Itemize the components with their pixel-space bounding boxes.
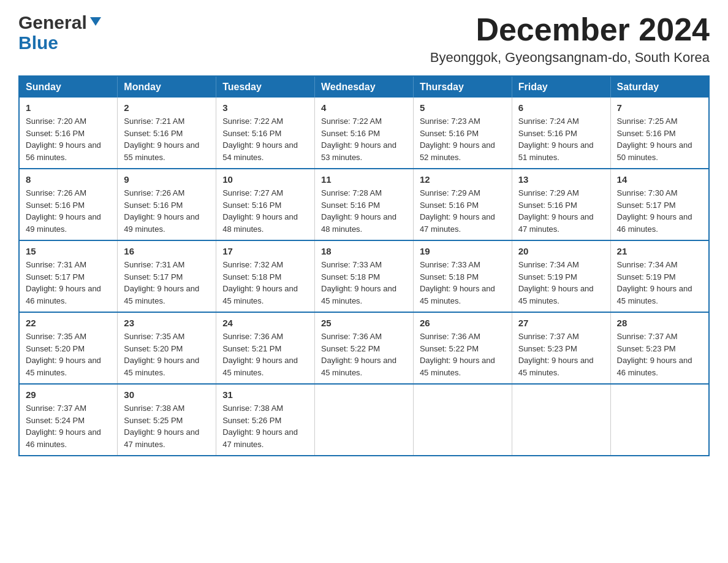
day-info: Sunrise: 7:26 AM Sunset: 5:16 PM Dayligh… xyxy=(124,187,210,235)
day-info: Sunrise: 7:24 AM Sunset: 5:16 PM Dayligh… xyxy=(518,115,604,163)
day-info: Sunrise: 7:22 AM Sunset: 5:16 PM Dayligh… xyxy=(222,115,308,163)
day-info: Sunrise: 7:38 AM Sunset: 5:25 PM Dayligh… xyxy=(124,402,210,450)
calendar-cell: 15 Sunrise: 7:31 AM Sunset: 5:17 PM Dayl… xyxy=(19,240,118,312)
calendar-cell: 7 Sunrise: 7:25 AM Sunset: 5:16 PM Dayli… xyxy=(610,98,709,169)
day-number: 31 xyxy=(222,389,308,400)
day-info: Sunrise: 7:34 AM Sunset: 5:19 PM Dayligh… xyxy=(617,259,702,307)
day-info: Sunrise: 7:28 AM Sunset: 5:16 PM Dayligh… xyxy=(321,187,407,235)
day-number: 30 xyxy=(124,389,210,400)
day-number: 22 xyxy=(26,318,111,328)
day-number: 13 xyxy=(518,174,604,185)
calendar-week-row-3: 15 Sunrise: 7:31 AM Sunset: 5:17 PM Dayl… xyxy=(19,240,709,312)
calendar-cell: 26 Sunrise: 7:36 AM Sunset: 5:22 PM Dayl… xyxy=(413,312,512,384)
calendar-week-row-1: 1 Sunrise: 7:20 AM Sunset: 5:16 PM Dayli… xyxy=(19,98,709,169)
calendar-cell: 18 Sunrise: 7:33 AM Sunset: 5:18 PM Dayl… xyxy=(315,240,414,312)
day-number: 6 xyxy=(518,102,604,113)
day-info: Sunrise: 7:21 AM Sunset: 5:16 PM Dayligh… xyxy=(124,115,210,163)
calendar-cell: 12 Sunrise: 7:29 AM Sunset: 5:16 PM Dayl… xyxy=(413,169,512,240)
calendar-cell: 21 Sunrise: 7:34 AM Sunset: 5:19 PM Dayl… xyxy=(610,240,709,312)
day-number: 23 xyxy=(124,318,210,328)
day-number: 18 xyxy=(321,246,407,256)
calendar-cell: 4 Sunrise: 7:22 AM Sunset: 5:16 PM Dayli… xyxy=(315,98,414,169)
calendar-cell: 31 Sunrise: 7:38 AM Sunset: 5:26 PM Dayl… xyxy=(216,384,315,456)
day-number: 15 xyxy=(26,246,111,256)
day-info: Sunrise: 7:27 AM Sunset: 5:16 PM Dayligh… xyxy=(222,187,308,235)
calendar-week-row-4: 22 Sunrise: 7:35 AM Sunset: 5:20 PM Dayl… xyxy=(19,312,709,384)
location-title: Byeonggok, Gyeongsangnam-do, South Korea xyxy=(430,50,710,66)
calendar-cell: 24 Sunrise: 7:36 AM Sunset: 5:21 PM Dayl… xyxy=(216,312,315,384)
day-info: Sunrise: 7:38 AM Sunset: 5:26 PM Dayligh… xyxy=(222,402,308,450)
calendar-cell: 22 Sunrise: 7:35 AM Sunset: 5:20 PM Dayl… xyxy=(19,312,118,384)
day-info: Sunrise: 7:26 AM Sunset: 5:16 PM Dayligh… xyxy=(26,187,111,235)
day-info: Sunrise: 7:35 AM Sunset: 5:20 PM Dayligh… xyxy=(124,331,210,378)
svg-marker-0 xyxy=(90,17,101,26)
day-info: Sunrise: 7:36 AM Sunset: 5:22 PM Dayligh… xyxy=(321,331,407,378)
calendar-cell: 23 Sunrise: 7:35 AM Sunset: 5:20 PM Dayl… xyxy=(118,312,216,384)
day-info: Sunrise: 7:33 AM Sunset: 5:18 PM Dayligh… xyxy=(420,259,506,307)
weekday-header-wednesday: Wednesday xyxy=(315,76,414,98)
calendar-cell: 2 Sunrise: 7:21 AM Sunset: 5:16 PM Dayli… xyxy=(118,98,216,169)
day-number: 27 xyxy=(518,318,604,328)
day-info: Sunrise: 7:33 AM Sunset: 5:18 PM Dayligh… xyxy=(321,259,407,307)
calendar-cell xyxy=(512,384,610,456)
calendar-cell: 25 Sunrise: 7:36 AM Sunset: 5:22 PM Dayl… xyxy=(315,312,414,384)
calendar-cell: 8 Sunrise: 7:26 AM Sunset: 5:16 PM Dayli… xyxy=(19,169,118,240)
calendar-cell xyxy=(610,384,709,456)
calendar-cell: 14 Sunrise: 7:30 AM Sunset: 5:17 PM Dayl… xyxy=(610,169,709,240)
calendar-cell: 17 Sunrise: 7:32 AM Sunset: 5:18 PM Dayl… xyxy=(216,240,315,312)
month-title: December 2024 xyxy=(430,12,710,47)
day-number: 3 xyxy=(222,102,308,113)
calendar-table: SundayMondayTuesdayWednesdayThursdayFrid… xyxy=(18,75,710,456)
day-number: 7 xyxy=(617,102,702,113)
day-number: 8 xyxy=(26,174,111,185)
calendar-cell: 29 Sunrise: 7:37 AM Sunset: 5:24 PM Dayl… xyxy=(19,384,118,456)
weekday-header-saturday: Saturday xyxy=(610,76,709,98)
day-info: Sunrise: 7:23 AM Sunset: 5:16 PM Dayligh… xyxy=(420,115,506,163)
day-number: 11 xyxy=(321,174,407,185)
weekday-header-row: SundayMondayTuesdayWednesdayThursdayFrid… xyxy=(19,76,709,98)
title-section: December 2024 Byeonggok, Gyeongsangnam-d… xyxy=(430,12,710,66)
calendar-cell: 6 Sunrise: 7:24 AM Sunset: 5:16 PM Dayli… xyxy=(512,98,610,169)
calendar-cell: 3 Sunrise: 7:22 AM Sunset: 5:16 PM Dayli… xyxy=(216,98,315,169)
calendar-cell xyxy=(315,384,414,456)
weekday-header-sunday: Sunday xyxy=(19,76,118,98)
calendar-cell: 10 Sunrise: 7:27 AM Sunset: 5:16 PM Dayl… xyxy=(216,169,315,240)
day-number: 14 xyxy=(617,174,702,185)
day-number: 16 xyxy=(124,246,210,256)
logo: General Blue xyxy=(18,12,102,53)
day-number: 25 xyxy=(321,318,407,328)
weekday-header-friday: Friday xyxy=(512,76,610,98)
day-info: Sunrise: 7:32 AM Sunset: 5:18 PM Dayligh… xyxy=(222,259,308,307)
day-number: 19 xyxy=(420,246,506,256)
calendar-cell: 5 Sunrise: 7:23 AM Sunset: 5:16 PM Dayli… xyxy=(413,98,512,169)
weekday-header-monday: Monday xyxy=(118,76,216,98)
day-info: Sunrise: 7:22 AM Sunset: 5:16 PM Dayligh… xyxy=(321,115,407,163)
weekday-header-tuesday: Tuesday xyxy=(216,76,315,98)
day-info: Sunrise: 7:37 AM Sunset: 5:24 PM Dayligh… xyxy=(26,402,111,450)
day-info: Sunrise: 7:36 AM Sunset: 5:21 PM Dayligh… xyxy=(222,331,308,378)
day-info: Sunrise: 7:29 AM Sunset: 5:16 PM Dayligh… xyxy=(518,187,604,235)
day-number: 5 xyxy=(420,102,506,113)
logo-blue-text: Blue xyxy=(18,33,102,53)
day-info: Sunrise: 7:25 AM Sunset: 5:16 PM Dayligh… xyxy=(617,115,702,163)
day-number: 1 xyxy=(26,102,111,113)
calendar-cell: 30 Sunrise: 7:38 AM Sunset: 5:25 PM Dayl… xyxy=(118,384,216,456)
calendar-cell: 20 Sunrise: 7:34 AM Sunset: 5:19 PM Dayl… xyxy=(512,240,610,312)
day-info: Sunrise: 7:37 AM Sunset: 5:23 PM Dayligh… xyxy=(617,331,702,378)
day-info: Sunrise: 7:35 AM Sunset: 5:20 PM Dayligh… xyxy=(26,331,111,378)
day-info: Sunrise: 7:20 AM Sunset: 5:16 PM Dayligh… xyxy=(26,115,111,163)
day-number: 9 xyxy=(124,174,210,185)
day-number: 10 xyxy=(222,174,308,185)
day-number: 28 xyxy=(617,318,702,328)
day-number: 24 xyxy=(222,318,308,328)
day-info: Sunrise: 7:31 AM Sunset: 5:17 PM Dayligh… xyxy=(124,259,210,307)
calendar-cell: 27 Sunrise: 7:37 AM Sunset: 5:23 PM Dayl… xyxy=(512,312,610,384)
day-number: 17 xyxy=(222,246,308,256)
day-number: 21 xyxy=(617,246,702,256)
day-number: 4 xyxy=(321,102,407,113)
day-number: 29 xyxy=(26,389,111,400)
day-number: 2 xyxy=(124,102,210,113)
weekday-header-thursday: Thursday xyxy=(413,76,512,98)
calendar-cell: 9 Sunrise: 7:26 AM Sunset: 5:16 PM Dayli… xyxy=(118,169,216,240)
day-number: 20 xyxy=(518,246,604,256)
